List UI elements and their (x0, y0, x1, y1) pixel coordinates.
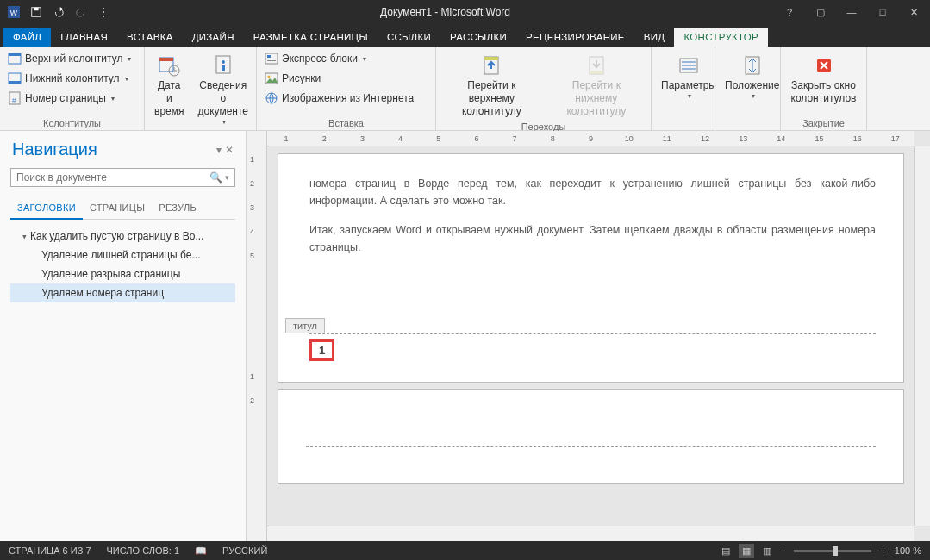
group-insert-label: Вставка (262, 116, 430, 128)
nav-item[interactable]: Удаляем номера страниц (10, 283, 235, 302)
page-number-button[interactable]: #Номер страницы (5, 90, 134, 107)
online-pictures-button[interactable]: Изображения из Интернета (262, 90, 416, 107)
zoom-slider[interactable] (794, 550, 871, 552)
titlebar: W ⋮ Документ1 - Microsoft Word ? ▢ — □ ✕ (0, 0, 930, 24)
svg-point-21 (268, 76, 271, 78)
vertical-ruler[interactable]: 1 2 3 4 5 1 2 (247, 131, 267, 541)
undo-button[interactable] (48, 3, 69, 22)
svg-rect-15 (222, 65, 225, 71)
svg-rect-24 (484, 57, 498, 60)
nav-item[interactable]: Удаление лишней страницы бе... (10, 246, 235, 264)
view-read-mode-button[interactable]: ▤ (721, 545, 730, 557)
nav-search-box[interactable]: 🔍 ▾ (10, 168, 235, 187)
header-button[interactable]: Верхний колонтитул (5, 50, 134, 67)
horizontal-scrollbar[interactable] (267, 526, 914, 541)
date-time-label: Дата и время (154, 79, 184, 118)
goto-header-button[interactable]: Перейти к верхнему колонтитулу (441, 50, 542, 120)
tab-review[interactable]: РЕЦЕНЗИРОВАНИЕ (516, 28, 634, 47)
view-print-layout-button[interactable]: ▦ (739, 544, 754, 558)
header-label: Верхний колонтитул (25, 53, 122, 65)
zoom-in-button[interactable]: + (880, 545, 885, 556)
navigation-pane: Навигация ▾ ✕ 🔍 ▾ ЗАГОЛОВКИ СТРАНИЦЫ РЕЗ… (0, 131, 247, 541)
status-language[interactable]: РУССКИЙ (222, 545, 267, 556)
body-text[interactable]: Итак, запускаем Word и открываем нужный … (309, 221, 876, 256)
tab-design[interactable]: ДИЗАЙН (183, 28, 244, 47)
redo-button[interactable] (71, 3, 91, 22)
doc-info-label: Сведения о документе (197, 79, 248, 118)
help-button[interactable]: ? (777, 3, 802, 22)
svg-rect-7 (9, 81, 21, 84)
tab-insert[interactable]: ВСТАВКА (117, 28, 183, 47)
horizontal-ruler[interactable]: 1234567891011121314151617 (267, 131, 914, 146)
tab-file[interactable]: ФАЙЛ (3, 28, 51, 47)
options-label: Параметры (661, 79, 716, 92)
status-spellcheck-icon[interactable]: 📖 (195, 545, 207, 557)
online-pictures-label: Изображения из Интернета (282, 92, 414, 104)
goto-footer-label: Перейти к нижнему колонтитулу (552, 79, 641, 118)
date-time-button[interactable]: Дата и время (150, 50, 188, 128)
svg-text:W: W (10, 9, 18, 17)
document-area: 1 2 3 4 5 1 2 1234567891011121314151617 … (247, 131, 930, 541)
header-area[interactable] (306, 395, 876, 447)
close-header-footer-button[interactable]: Закрыть окно колонтитулов (786, 50, 861, 116)
quick-access-toolbar: W ⋮ (3, 3, 114, 22)
nav-close-button[interactable]: ✕ (225, 144, 234, 156)
tab-view[interactable]: ВИД (634, 28, 675, 47)
nav-tab-headings[interactable]: ЗАГОЛОВКИ (10, 197, 83, 220)
nav-item[interactable]: Удаление разрыва страницы (10, 264, 235, 283)
footer-label: Нижний колонтитул (25, 72, 120, 84)
nav-dropdown-icon[interactable]: ▾ (216, 144, 222, 156)
search-icon[interactable]: 🔍 (209, 171, 222, 184)
maximize-button[interactable]: □ (870, 3, 896, 22)
tab-references[interactable]: ССЫЛКИ (378, 28, 440, 47)
position-label: Положение (725, 79, 779, 92)
svg-rect-5 (9, 53, 21, 56)
window-controls: ? ▢ — □ ✕ (777, 3, 927, 22)
nav-item[interactable]: Как удалить пустую страницу в Во... (10, 227, 235, 246)
quick-parts-button[interactable]: Экспресс-блоки (262, 50, 416, 67)
pages-viewport[interactable]: номера страниц в Ворде перед тем, как пе… (267, 146, 914, 526)
body-text[interactable]: номера страниц в Ворде перед тем, как пе… (309, 175, 876, 209)
zoom-out-button[interactable]: − (780, 545, 785, 556)
qat-customize-button[interactable]: ⋮ (93, 3, 114, 22)
tab-layout[interactable]: РАЗМЕТКА СТРАНИЦЫ (244, 28, 378, 47)
goto-footer-button: Перейти к нижнему колонтитулу (547, 50, 646, 120)
tab-home[interactable]: ГЛАВНАЯ (51, 28, 117, 47)
vertical-scrollbar[interactable] (914, 146, 930, 526)
minimize-button[interactable]: — (839, 3, 864, 22)
nav-tab-results[interactable]: РЕЗУЛЬ (152, 197, 203, 219)
doc-info-button[interactable]: Сведения о документе (193, 50, 253, 128)
next-page[interactable] (278, 389, 904, 484)
search-input[interactable] (16, 171, 209, 184)
options-button[interactable]: Параметры (657, 50, 721, 127)
save-button[interactable] (26, 3, 47, 22)
tab-mailings[interactable]: РАССЫЛКИ (440, 28, 516, 47)
page-body[interactable]: номера страниц в Ворде перед тем, как пе… (278, 153, 904, 383)
position-button[interactable]: Положение (721, 50, 783, 127)
status-page[interactable]: СТРАНИЦА 6 ИЗ 7 (9, 545, 91, 556)
ribbon-tabs: ФАЙЛ ГЛАВНАЯ ВСТАВКА ДИЗАЙН РАЗМЕТКА СТР… (0, 24, 930, 47)
page-number-highlight[interactable]: 1 (309, 339, 334, 361)
ribbon-options-button[interactable]: ▢ (808, 3, 833, 22)
pictures-button[interactable]: Рисунки (262, 70, 416, 87)
quick-parts-label: Экспресс-блоки (282, 53, 358, 65)
view-web-layout-button[interactable]: ▥ (763, 545, 771, 557)
svg-text:#: # (12, 96, 16, 104)
nav-tabs: ЗАГОЛОВКИ СТРАНИЦЫ РЕЗУЛЬ (10, 197, 235, 220)
close-window-button[interactable]: ✕ (901, 3, 927, 22)
group-navigation-label: Переходы (441, 120, 646, 132)
svg-rect-26 (590, 71, 603, 74)
svg-rect-19 (267, 60, 276, 61)
svg-rect-3 (34, 8, 38, 11)
footer-button[interactable]: Нижний колонтитул (5, 70, 134, 87)
footer-area[interactable]: титул 1 (309, 333, 876, 361)
pictures-label: Рисунки (282, 72, 321, 84)
svg-rect-17 (267, 55, 271, 58)
zoom-level[interactable]: 100 % (895, 545, 921, 556)
search-dropdown-icon[interactable]: ▾ (225, 173, 229, 182)
close-hf-label: Закрыть окно колонтитулов (790, 79, 857, 105)
status-word-count[interactable]: ЧИСЛО СЛОВ: 1 (107, 545, 180, 556)
tab-design-header-footer[interactable]: КОНСТРУКТОР (674, 28, 768, 47)
nav-tab-pages[interactable]: СТРАНИЦЫ (83, 197, 152, 219)
goto-header-label: Перейти к верхнему колонтитулу (446, 79, 538, 118)
